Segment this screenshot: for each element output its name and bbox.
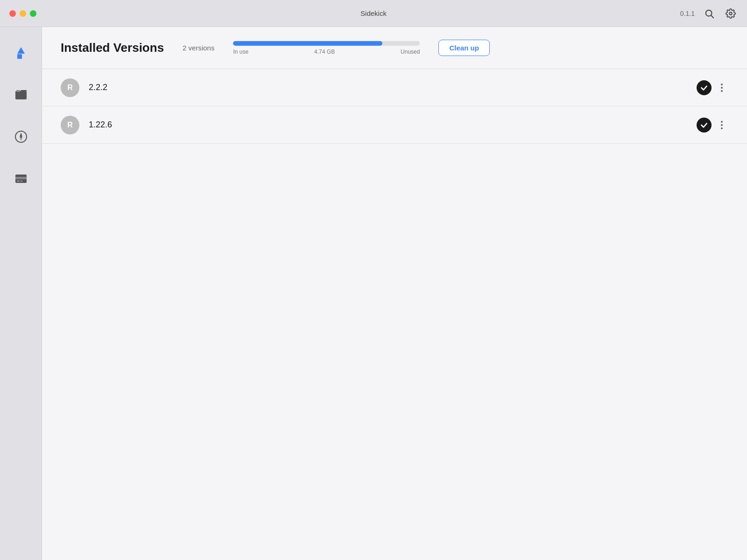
dot1 — [721, 121, 723, 123]
svg-point-2 — [729, 12, 732, 15]
settings-button[interactable] — [724, 7, 738, 21]
version-row: R 1.22.6 — [42, 106, 747, 144]
card-icon — [14, 172, 28, 185]
clean-up-button[interactable]: Clean up — [438, 40, 489, 56]
unused-label: Unused — [401, 49, 420, 55]
storage-bar-track — [233, 41, 420, 46]
svg-rect-14 — [21, 181, 22, 182]
dot3 — [721, 127, 723, 129]
storage-bar-fill — [233, 41, 382, 46]
shapes-icon — [14, 46, 28, 59]
maximize-button[interactable] — [30, 10, 36, 17]
storage-bar-labels: In use 4.74 GB Unused — [233, 49, 420, 55]
version-actions-1 — [697, 80, 728, 95]
minimize-button[interactable] — [20, 10, 26, 17]
check-icon-2 — [697, 118, 712, 133]
storage-size-label: 4.74 GB — [314, 49, 335, 55]
version-number-2: 1.22.6 — [89, 120, 697, 130]
dot1 — [721, 84, 723, 85]
content-header: Installed Versions 2 versions In use 4.7… — [42, 27, 747, 69]
close-button[interactable] — [9, 10, 16, 17]
more-menu-button-2[interactable] — [715, 119, 728, 132]
dot3 — [721, 90, 723, 92]
svg-point-10 — [20, 136, 22, 138]
page-title: Installed Versions — [61, 41, 164, 55]
more-menu-button-1[interactable] — [715, 81, 728, 94]
svg-rect-12 — [15, 177, 27, 179]
sidebar-item-storage[interactable] — [9, 167, 33, 190]
versions-count: 2 versions — [183, 44, 214, 52]
search-button[interactable] — [702, 7, 716, 21]
app-version: 0.1.1 — [680, 10, 695, 17]
gear-icon — [726, 8, 736, 19]
checkmark-icon — [700, 121, 708, 129]
dot2 — [721, 87, 723, 89]
check-icon-1 — [697, 80, 712, 95]
svg-marker-3 — [17, 47, 25, 54]
title-bar: Sidekick 0.1.1 — [0, 0, 747, 27]
search-icon — [704, 8, 714, 19]
version-list: R 2.2.2 R 1. — [42, 69, 747, 560]
compass-icon — [14, 130, 28, 143]
folder-icon — [14, 88, 28, 101]
checkmark-icon — [700, 84, 708, 92]
svg-rect-4 — [17, 54, 22, 59]
svg-rect-6 — [16, 90, 20, 92]
sidebar-item-shapes[interactable] — [9, 41, 33, 64]
svg-rect-13 — [17, 181, 20, 182]
window-controls — [9, 10, 36, 17]
sidebar-item-folders[interactable] — [9, 83, 33, 106]
dot2 — [721, 124, 723, 126]
version-icon-1: R — [61, 78, 79, 97]
sidebar — [0, 27, 42, 560]
svg-line-1 — [711, 15, 713, 18]
main-content: Installed Versions 2 versions In use 4.7… — [42, 27, 747, 560]
app-body: Installed Versions 2 versions In use 4.7… — [0, 27, 747, 560]
sidebar-item-compass[interactable] — [9, 125, 33, 148]
storage-bar: In use 4.74 GB Unused — [233, 41, 420, 55]
version-icon-2: R — [61, 116, 79, 134]
title-bar-right: 0.1.1 — [680, 7, 738, 21]
version-number-1: 2.2.2 — [89, 83, 697, 92]
version-row: R 2.2.2 — [42, 69, 747, 106]
in-use-label: In use — [233, 49, 248, 55]
version-actions-2 — [697, 118, 728, 133]
app-title: Sidekick — [360, 9, 387, 17]
